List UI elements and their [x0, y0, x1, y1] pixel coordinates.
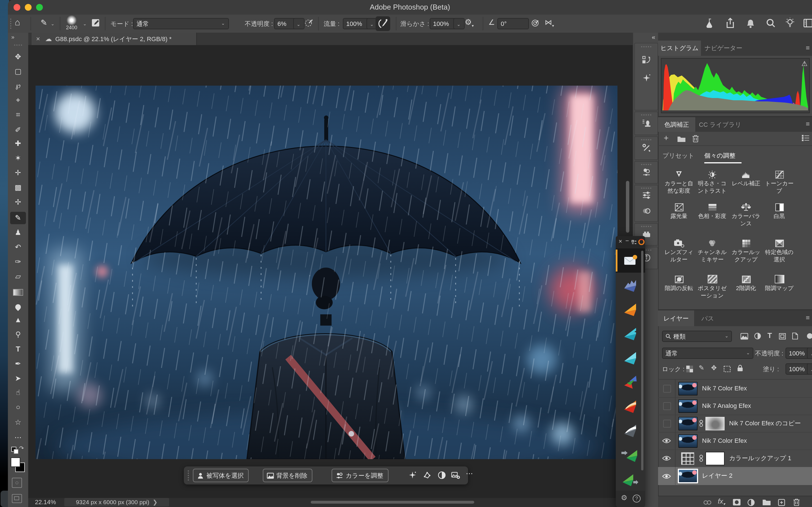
properties-panel-icon[interactable] [642, 191, 651, 200]
adj-hue-saturation[interactable]: 色相・彩度 [695, 202, 729, 220]
nik-item-output-sharpener[interactable] [616, 466, 645, 491]
opacity-pressure-icon[interactable] [305, 18, 313, 27]
foreground-color-swatch[interactable] [11, 457, 20, 467]
brush-tool-selected[interactable]: ✎ [10, 212, 26, 224]
lasso-tool[interactable]: ℘ [8, 79, 28, 92]
adj-levels[interactable]: レベル補正 [729, 169, 763, 187]
patch-tool[interactable]: ▩ [8, 181, 28, 194]
status-chevron-icon[interactable]: ❯ [151, 499, 157, 505]
size-pressure-icon[interactable] [531, 18, 540, 27]
mode-select[interactable]: 通常 ⌄ [133, 18, 229, 29]
layer-thumbnail[interactable] [678, 382, 698, 395]
visibility-eye-icon[interactable] [662, 473, 671, 480]
workspace-panels-icon[interactable] [803, 18, 812, 28]
symmetry-icon[interactable]: ⋈▾ [545, 18, 554, 28]
tab-close-icon[interactable]: × [36, 33, 40, 45]
adjustment-group-folder-icon[interactable] [677, 136, 686, 143]
notifications-bell-icon[interactable] [746, 17, 756, 29]
layer-row[interactable]: Nik 7 Color Efex のコピー [658, 414, 812, 433]
delete-layer-trash-icon[interactable] [793, 498, 800, 506]
healing-brush-tool[interactable]: ✛ [8, 167, 28, 179]
smoothing-field[interactable]: 100% [430, 18, 456, 29]
lock-all-icon[interactable] [737, 364, 743, 372]
lock-position-icon[interactable]: ✥ [711, 364, 717, 372]
adj-photo-filter[interactable]: レンズフィルター [662, 238, 696, 263]
crop-tool[interactable]: ⌗ [8, 109, 28, 121]
spot-healing-tool[interactable]: ✚ [8, 137, 28, 150]
search-icon[interactable] [766, 18, 776, 28]
filter-adjustment-layers-icon[interactable] [754, 332, 761, 340]
edit-toolbar-button[interactable]: ⋯ [8, 432, 28, 444]
adjust-color-button[interactable]: カラーを調整 [332, 469, 389, 482]
history-panel-icon[interactable] [642, 56, 651, 64]
path-select-tool[interactable]: ➤ [8, 372, 28, 385]
fill-chevron[interactable]: ⌄ [807, 363, 812, 375]
layer-mask-thumbnail[interactable] [705, 417, 725, 431]
color-lookup-layer-icon[interactable] [681, 452, 694, 465]
adj-vibrance[interactable]: カラーと自然な彩度 [662, 169, 696, 194]
screen-mode-button[interactable] [12, 494, 22, 503]
link-layers-icon[interactable] [703, 500, 712, 505]
adj-black-white[interactable]: 白黒 [762, 202, 796, 220]
clone-stamp-tool[interactable]: ♟ [8, 226, 28, 239]
generate-panel-icon[interactable] [642, 74, 651, 82]
adj-invert[interactable]: 階調の反転 [662, 274, 696, 292]
adjustments-panel-icon[interactable] [642, 168, 651, 176]
add-mask-icon[interactable] [732, 499, 741, 506]
layer-name[interactable]: Nik 7 Color Efex [702, 380, 747, 397]
airbrush-toggle[interactable] [375, 16, 390, 31]
adj-exposure[interactable]: 露光量 [662, 202, 696, 220]
adj-selective-color[interactable]: 特定色域の選択 [762, 238, 796, 263]
adj-posterize[interactable]: ポスタリゼーション [695, 274, 729, 299]
marquee-tool[interactable]: ▢ [8, 65, 28, 78]
type-tool[interactable]: T [8, 343, 28, 355]
nik-item-presharpener[interactable] [616, 345, 645, 370]
tools-collapse-icon[interactable]: » [11, 34, 14, 40]
move-tool[interactable]: ✥ [8, 51, 28, 63]
new-adjustment-layer-icon[interactable] [747, 499, 755, 506]
layers-panel-menu-icon[interactable]: ≡ [806, 314, 810, 322]
lock-artboard-icon[interactable] [723, 365, 731, 372]
layer-name[interactable]: カラールックアップ 1 [729, 450, 792, 467]
eraser-tool[interactable]: ▱ [8, 270, 28, 283]
smoothing-chevron[interactable]: ⌄ [453, 18, 465, 29]
angle-field[interactable]: 0° [497, 18, 529, 29]
document-tab[interactable]: × ☁ G88.psdc @ 22.1% (レイヤー 2, RGB/8) * [32, 33, 197, 45]
gradient-tool[interactable] [8, 284, 28, 297]
visibility-eye-icon[interactable] [662, 455, 671, 461]
status-zoom-field[interactable]: 22.14% [35, 499, 56, 505]
flow-field[interactable]: 100% [343, 18, 369, 29]
layer-thumbnail[interactable] [678, 469, 698, 483]
nik-item-perspective-efex[interactable] [616, 394, 645, 418]
channels-panel-icon[interactable] [642, 207, 651, 215]
pen-tool[interactable]: ✒ [8, 358, 28, 370]
adj-brightness-contrast[interactable]: 明るさ・コントラスト [695, 169, 729, 194]
visibility-eye-icon[interactable] [662, 438, 671, 444]
shape-tool[interactable]: ☆ [8, 416, 28, 429]
swap-colors-icon[interactable]: ↷ [11, 447, 25, 455]
opacity-chevron[interactable]: ⌄ [293, 18, 305, 29]
nik-help-icon[interactable]: ? [633, 495, 641, 503]
history-brush-tool[interactable]: ↶ [8, 241, 28, 253]
filter-pixel-layers-icon[interactable] [741, 333, 748, 340]
filter-shape-layers-icon[interactable] [779, 333, 786, 340]
nik-close-icon[interactable]: × [619, 238, 622, 244]
task-bar-more-icon[interactable]: ⋯ [466, 469, 473, 478]
hand-tool[interactable]: ☝ [8, 386, 28, 399]
clone-source-panel-icon[interactable] [642, 119, 651, 127]
blur-tool[interactable] [8, 299, 28, 312]
new-group-folder-icon[interactable] [762, 499, 771, 506]
visibility-toggle-off[interactable] [663, 385, 671, 393]
brush-tool-preset-icon[interactable]: ✎ [41, 18, 47, 27]
beta-flask-icon[interactable] [705, 18, 715, 29]
task-bar-grip[interactable] [187, 470, 190, 481]
layer-filter-select[interactable]: 種類 ⌄ [662, 331, 732, 342]
subtab-single-adjustments[interactable]: 個々の調整 [704, 150, 735, 161]
layer-row[interactable]: Nik 7 Color Efex [658, 432, 812, 450]
lock-pixels-icon[interactable]: ✎ [699, 364, 704, 372]
nik-item-color-efex[interactable] [616, 297, 645, 322]
canvas-horizontal-scrollbar[interactable] [311, 501, 474, 504]
tab-paths[interactable]: パス [695, 311, 720, 326]
share-icon[interactable] [725, 17, 735, 29]
remove-tool[interactable]: ✶ [8, 152, 28, 165]
